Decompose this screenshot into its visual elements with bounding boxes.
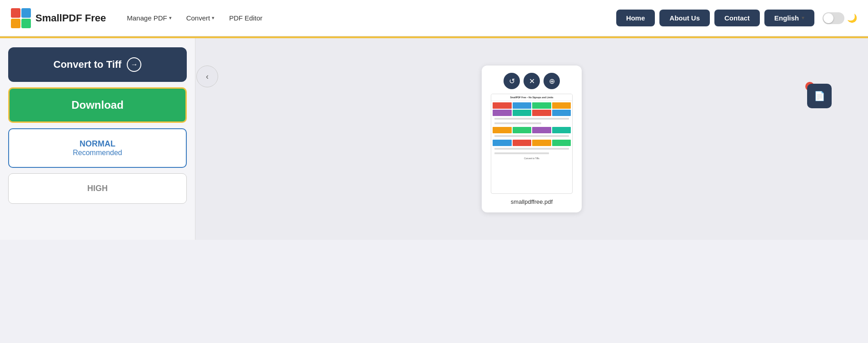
quality-high-option[interactable]: HIGH bbox=[8, 173, 187, 204]
chevron-down-icon: ▾ bbox=[169, 15, 172, 21]
quality-normal-label: NORMAL bbox=[16, 139, 179, 149]
thumb-header-text: SmallPDF Free – No Signups and Limits bbox=[491, 94, 572, 101]
logo-area: SmallPDF Free bbox=[11, 8, 106, 28]
nav-convert[interactable]: Convert ▾ bbox=[180, 10, 221, 25]
quality-normal-option[interactable]: NORMAL Recommended bbox=[8, 128, 187, 168]
notification-badge[interactable]: 📄 bbox=[807, 84, 832, 108]
download-button[interactable]: Download bbox=[8, 87, 187, 123]
chevron-down-icon: ▾ bbox=[212, 15, 215, 21]
download-wrapper: Download bbox=[8, 87, 187, 123]
pdf-thumbnail: SmallPDF Free – No Signups and Limits bbox=[491, 94, 573, 194]
file-icon: 📄 bbox=[814, 91, 825, 101]
nav-manage-pdf[interactable]: Manage PDF ▾ bbox=[120, 10, 178, 25]
main-nav: Manage PDF ▾ Convert ▾ PDF Editor bbox=[120, 10, 616, 25]
nav-pdf-editor[interactable]: PDF Editor bbox=[223, 10, 269, 25]
quality-high-label: HIGH bbox=[16, 184, 179, 193]
logo-icon bbox=[11, 8, 31, 28]
language-button[interactable]: English ▾ bbox=[764, 10, 814, 26]
back-button[interactable]: ‹ bbox=[196, 66, 218, 87]
dark-mode-toggle[interactable]: 🌙 bbox=[823, 12, 857, 24]
app-header: SmallPDF Free Manage PDF ▾ Convert ▾ PDF… bbox=[0, 0, 868, 36]
quality-recommended-label: Recommended bbox=[16, 149, 179, 157]
thumb-grid: Convert to Tiffs bbox=[491, 101, 572, 162]
left-panel: Convert to Tiff → Download NORMAL Recomm… bbox=[0, 38, 195, 240]
home-button[interactable]: Home bbox=[616, 10, 655, 26]
header-right: Home About Us Contact English ▾ 🌙 bbox=[616, 10, 857, 26]
pdf-filename: smallpdffree.pdf bbox=[511, 198, 553, 205]
pdf-card: ↺ ✕ ⊕ SmallPDF Free – No Signups and Lim… bbox=[482, 66, 582, 212]
toggle-thumb bbox=[823, 13, 833, 23]
chevron-down-icon: ▾ bbox=[802, 15, 804, 21]
remove-button[interactable]: ✕ bbox=[524, 73, 540, 89]
logo-text: SmallPDF Free bbox=[35, 12, 106, 24]
about-us-button[interactable]: About Us bbox=[659, 10, 710, 26]
main-container: Convert to Tiff → Download NORMAL Recomm… bbox=[0, 38, 868, 240]
thumb-convert-label: Convert to Tiffs bbox=[493, 156, 571, 161]
contact-button[interactable]: Contact bbox=[714, 10, 760, 26]
arrow-right-icon: → bbox=[127, 57, 141, 72]
rotate-button[interactable]: ↺ bbox=[504, 73, 520, 89]
pdf-card-actions: ↺ ✕ ⊕ bbox=[504, 73, 560, 89]
toggle-track[interactable] bbox=[823, 12, 844, 24]
right-panel: 1 📄 ↺ ✕ ⊕ SmallPDF Free – No Signups and… bbox=[195, 38, 868, 240]
moon-icon: 🌙 bbox=[847, 13, 857, 23]
convert-to-tiff-button[interactable]: Convert to Tiff → bbox=[8, 47, 187, 82]
zoom-button[interactable]: ⊕ bbox=[544, 73, 560, 89]
